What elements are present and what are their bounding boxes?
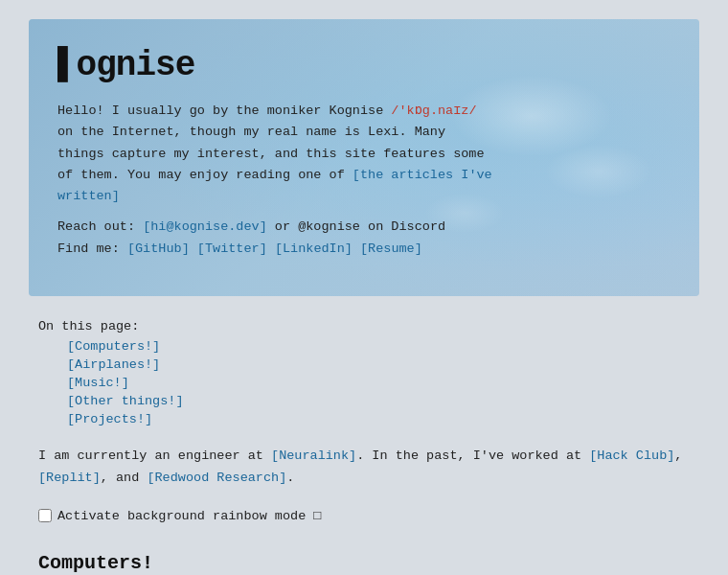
twitter-link[interactable]: [Twitter] (197, 242, 267, 256)
toc-computers-link[interactable]: [Computers!] (67, 339, 160, 354)
hackclub-link[interactable]: [Hack Club] (589, 448, 674, 463)
replit-link[interactable]: [Replit] (38, 471, 101, 485)
github-link[interactable]: [GitHub] (127, 242, 190, 256)
rainbow-section: Activate background rainbow mode □ (38, 509, 690, 523)
header-text: Hello! I usually go by the moniker Kogni… (57, 101, 498, 260)
list-item: [Projects!] (67, 412, 690, 426)
toc-other-link[interactable]: [Other things!] (67, 394, 184, 408)
rainbow-checkbox[interactable] (38, 509, 52, 522)
email-link[interactable]: [hi@kognise.dev] (143, 219, 267, 234)
intro-text: Hello! I usually go by the moniker Kogni… (57, 104, 391, 118)
toc-section: On this page: [Computers!] [Airplanes!] … (38, 319, 690, 426)
toc-list: [Computers!] [Airplanes!] [Music!] [Othe… (38, 339, 690, 426)
list-item: [Music!] (67, 376, 690, 390)
rainbow-label[interactable]: Activate background rainbow mode □ (57, 509, 321, 523)
work-comma: , (674, 448, 682, 463)
main-content: On this page: [Computers!] [Airplanes!] … (29, 319, 699, 575)
computers-section-title: Computers! (38, 552, 690, 574)
neuralink-link[interactable]: [Neuralink] (271, 448, 356, 463)
redwood-link[interactable]: [Redwood Research] (147, 471, 286, 485)
contact-paragraph: Reach out: [hi@kognise.dev] or @kognise … (57, 217, 498, 260)
header-banner: ▌​ognise Hello! I usually go by the moni… (29, 19, 699, 296)
reach-out-label: Reach out: (57, 219, 135, 234)
computers-section: Computers! I spend a significant portion… (38, 552, 690, 575)
work-section: I am currently an engineer at [Neuralink… (38, 446, 690, 490)
list-item: [Airplanes!] (67, 357, 690, 372)
page-wrapper: ▌​ognise Hello! I usually go by the moni… (0, 0, 728, 575)
work-text-middle: . In the past, I've worked at (356, 448, 589, 463)
toc-music-link[interactable]: [Music!] (67, 376, 129, 390)
linkedin-link[interactable]: [LinkedIn] (275, 242, 353, 256)
toc-airplanes-link[interactable]: [Airplanes!] (67, 357, 160, 372)
work-and: , and (101, 471, 148, 485)
site-title: ▌​ognise (57, 46, 671, 85)
work-text-before: I am currently an engineer at (38, 448, 271, 463)
find-me-label: Find me: (57, 242, 127, 256)
work-end: . (286, 471, 294, 485)
list-item: [Computers!] (67, 339, 690, 354)
pronunciation-badge: /'kɒg.naɪz/ (391, 104, 476, 118)
discord-text: or @kognise on Discord (267, 219, 445, 234)
intro-paragraph: Hello! I usually go by the moniker Kogni… (57, 101, 498, 207)
list-item: [Other things!] (67, 394, 690, 408)
rainbow-label-icon: □ (313, 509, 321, 523)
toc-label: On this page: (38, 319, 690, 334)
rainbow-label-text: Activate background rainbow mode (57, 509, 306, 523)
toc-projects-link[interactable]: [Projects!] (67, 412, 152, 426)
resume-link[interactable]: [Resume] (360, 242, 422, 256)
